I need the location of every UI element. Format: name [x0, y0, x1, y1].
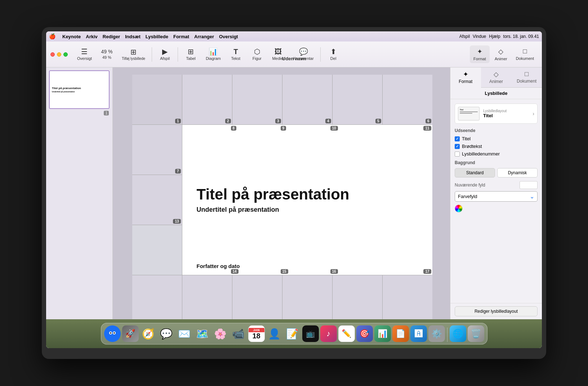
grid-cell-row5-4[interactable] [282, 275, 332, 319]
dock-safari[interactable]: 🧭 [140, 325, 157, 342]
layout-preview[interactable]: Titel Lysbilledlayout Titel › [455, 104, 538, 124]
toolbar-del[interactable]: ⬆ Del [324, 46, 343, 63]
panel-tab-dokument-right[interactable]: □ Dokument [511, 67, 542, 87]
grid-cell-6[interactable]: 6 [383, 75, 432, 124]
toolbar-zoom[interactable]: 49 % 49 % [97, 47, 117, 62]
toolbar-tilfoj[interactable]: ⊞ Tilføj lysbillede [118, 46, 149, 63]
apple-menu[interactable]: 🍎 [49, 33, 56, 40]
dock-calendar[interactable]: JAN 18 [248, 325, 265, 342]
dock-facetime[interactable]: 📹 [230, 325, 247, 342]
panel-tab-format[interactable]: ✦ Format [470, 45, 490, 63]
tilfoj-icon: ⊞ [130, 48, 137, 56]
layout-thumbnail: Titel [458, 107, 480, 120]
close-button[interactable] [50, 52, 55, 57]
dock-appletv[interactable]: 📺 [302, 325, 319, 342]
dock-messages[interactable]: 💬 [158, 325, 175, 342]
toolbar-oversigt[interactable]: ☰ Oversigt [74, 46, 95, 63]
dock-music[interactable]: ♪ [320, 325, 337, 342]
fill-dropdown[interactable]: Farvefyld ⌄ [455, 191, 538, 202]
slide-thumb-1-wrapper: Titel på præsentation Undertitel på præs… [49, 70, 110, 109]
slide-number-1: 1 [104, 111, 109, 115]
dock-keynote[interactable]: 🎯 [356, 325, 373, 342]
grid-cell-row5-2[interactable] [182, 275, 232, 319]
svg-point-3 [110, 332, 111, 334]
checkbox-lysbilledenummer[interactable] [455, 152, 460, 157]
main-slide[interactable]: Titel på præsentation Undertitel på præs… [182, 125, 432, 275]
toolbar-zoom-label: 49 % [102, 55, 111, 60]
grid-cell-row4[interactable] [132, 225, 182, 275]
fill-dropdown-arrow: ⌄ [530, 193, 534, 200]
fill-section: Nuværende fyld Farvefyld ⌄ [455, 181, 538, 212]
menubar-arkiv[interactable]: Arkiv [86, 34, 98, 39]
menubar-lysbillede[interactable]: Lysbillede [146, 34, 168, 39]
panel-tab-format-right[interactable]: ✦ Format [450, 67, 481, 88]
menubar-vindue[interactable]: Vindue [473, 34, 486, 39]
grid-cell-13[interactable]: 13 [132, 175, 182, 225]
toolbar-tabel-label: Tabel [186, 56, 196, 61]
grid-cell-7[interactable]: 7 [132, 125, 182, 175]
menubar-arranger[interactable]: Arranger [194, 34, 214, 39]
canvas-wrapper: 1 2 3 4 5 [132, 75, 431, 319]
checkbox-brodtekst[interactable] [455, 144, 460, 149]
toolbar-figur[interactable]: ⬡ Figur [247, 46, 267, 63]
canvas-area[interactable]: 1 2 3 4 5 [113, 67, 450, 319]
layout-chevron-icon[interactable]: › [533, 111, 534, 117]
checkbox-titel[interactable] [455, 136, 460, 141]
panel-tab-dokument-label: Dokument [517, 79, 536, 84]
menubar-time: tors. 18. jan. 09.41 [503, 34, 539, 39]
slide-main-subtitle: Undertitel på præsentation [197, 206, 418, 214]
dock-appstore[interactable]: 🅰 [410, 325, 427, 342]
menubar-rediger[interactable]: Rediger [103, 34, 120, 39]
menubar-app-name[interactable]: Keynote [62, 34, 81, 39]
menubar-right: Afspil Vindue Hjælp tors. 18. jan. 09.41 [459, 34, 539, 39]
dock-finder[interactable] [104, 325, 121, 342]
dock-trash[interactable]: 🗑️ [468, 325, 484, 342]
dock-contacts[interactable]: 👤 [266, 325, 283, 342]
dock-photos[interactable]: 🌸 [212, 325, 229, 342]
grid-cell-5[interactable]: 5 [333, 75, 382, 124]
toolbar-tekst[interactable]: T Tekst [226, 46, 246, 63]
menubar-left: 🍎 Keynote Arkiv Rediger Indsæt Lysbilled… [49, 33, 238, 40]
dock-screentime[interactable]: 🌐 [450, 325, 466, 342]
panel-tab-animer-right[interactable]: ◇ Animer [481, 67, 512, 87]
panel-tab-dokument[interactable]: □ Dokument [512, 45, 538, 63]
bg-btn-standard[interactable]: Standard [455, 168, 495, 177]
dock-settings[interactable]: ⚙️ [428, 325, 445, 342]
toolbar-afspil[interactable]: ▶ Afspil [155, 46, 175, 63]
dock-mail[interactable]: ✉️ [176, 325, 193, 342]
edit-layout-button[interactable]: Rediger lysbilledlayout [455, 306, 538, 316]
grid-cell-4[interactable]: 4 [282, 75, 332, 124]
dock-reminders[interactable]: 📝 [284, 325, 301, 342]
bg-btn-dynamisk[interactable]: Dynamisk [497, 168, 538, 177]
toolbar-tabel[interactable]: ⊞ Tabel [181, 46, 201, 63]
menubar-hjaelp[interactable]: Hjælp [489, 34, 500, 39]
cell-num-9: 9 [281, 126, 286, 131]
menubar-afspil[interactable]: Afspil [459, 34, 470, 39]
cell-num-15: 15 [281, 269, 288, 274]
panel-tab-animer[interactable]: ◇ Animer [491, 45, 511, 63]
layout-info: Lysbilledlayout Titel [483, 109, 529, 118]
menubar-format[interactable]: Format [173, 34, 189, 39]
dock-launchpad[interactable]: 🚀 [122, 325, 139, 342]
grid-cell-row5-3[interactable] [232, 275, 282, 319]
color-swatch[interactable] [455, 205, 463, 212]
maximize-button[interactable] [63, 52, 68, 57]
fill-preview[interactable] [520, 181, 538, 189]
dock-maps[interactable]: 🗺️ [194, 325, 211, 342]
grid-cell-row5-1[interactable] [132, 275, 182, 319]
dock-pages[interactable]: 📄 [392, 325, 409, 342]
menubar-oversigt[interactable]: Oversigt [219, 34, 238, 39]
checkbox-titel-row: Titel [455, 136, 538, 141]
minimize-button[interactable] [57, 52, 61, 57]
toolbar-diagram[interactable]: 📊 Diagram [202, 46, 224, 63]
dock-freeform[interactable]: ✏️ [338, 325, 355, 342]
menubar-indsaet[interactable]: Indsæt [125, 34, 141, 39]
grid-cell-1[interactable]: 1 [132, 75, 182, 124]
dock-numbers[interactable]: 📊 [374, 325, 391, 342]
grid-cell-2[interactable]: 2 [182, 75, 232, 124]
grid-cell-row5-6[interactable]: 18 [383, 275, 432, 319]
slide-thumbnail-1[interactable]: Titel på præsentation Undertitel på præs… [49, 70, 110, 109]
cell-num-2: 2 [225, 119, 231, 123]
grid-cell-row5-5[interactable] [333, 275, 382, 319]
grid-cell-3[interactable]: 3 [232, 75, 282, 124]
